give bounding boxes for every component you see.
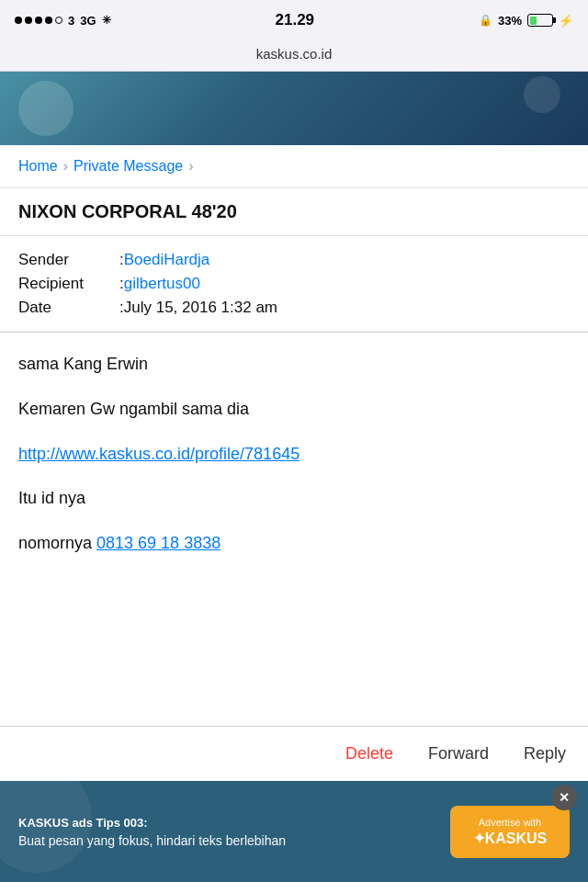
message-body: sama Kang Erwin Kemaren Gw ngambil sama …	[0, 333, 588, 682]
body-line1: sama Kang Erwin	[18, 351, 570, 378]
action-bar: Delete Forward Reply	[0, 726, 588, 781]
url-text: kaskus.co.id	[256, 46, 333, 62]
status-left: 3 3G ✳	[15, 14, 111, 28]
signal-dot-5	[55, 17, 62, 24]
ad-cta-top-text: Advertise with	[465, 817, 555, 828]
url-bar: kaskus.co.id	[0, 40, 588, 72]
message-meta: Sender : BoediHardja Recipient : gilbert…	[0, 236, 588, 333]
battery-indicator	[527, 14, 553, 27]
profile-link[interactable]: http://www.kaskus.co.id/profile/781645	[18, 445, 300, 463]
ad-close-button[interactable]: ✕	[551, 785, 577, 810]
battery-box	[527, 14, 553, 27]
breadcrumb-sep-1: ›	[63, 158, 68, 175]
delete-button[interactable]: Delete	[342, 737, 397, 771]
breadcrumb-home[interactable]: Home	[18, 158, 58, 175]
ad-text-block: KASKUS ads Tips 003: Buat pesan yang fok…	[18, 816, 450, 848]
reply-button[interactable]: Reply	[520, 737, 570, 771]
recipient-row: Recipient : gilbertus00	[18, 275, 570, 293]
breadcrumb: Home › Private Message ›	[0, 145, 588, 188]
ad-main-text: Buat pesan yang fokus, hindari teks berl…	[18, 833, 450, 848]
forward-button[interactable]: Forward	[424, 737, 492, 771]
sender-label: Sender	[18, 251, 119, 269]
body-phone-prefix: nomornya	[18, 534, 96, 552]
status-right: 🔒 33% ⚡	[479, 14, 573, 28]
wifi-icon: ✳	[102, 14, 111, 27]
sender-value[interactable]: BoediHardja	[124, 251, 210, 269]
ad-banner: ✕ KASKUS ads Tips 003: Buat pesan yang f…	[0, 781, 588, 882]
signal-dot-2	[25, 17, 32, 24]
message-title: NIXON CORPORAL 48'20	[18, 201, 570, 222]
carrier-label: 3	[68, 14, 74, 28]
phone-number[interactable]: 0813 69 18 3838	[96, 534, 220, 552]
signal-dot-3	[35, 17, 42, 24]
ad-tips-label: KASKUS ads Tips 003:	[18, 816, 450, 830]
body-phone-row: nomornya 0813 69 18 3838	[18, 530, 570, 557]
signal-dots	[15, 17, 62, 24]
signal-dot-4	[45, 17, 52, 24]
date-row: Date : July 15, 2016 1:32 am	[18, 299, 570, 317]
status-time: 21.29	[276, 11, 315, 29]
breadcrumb-private-message[interactable]: Private Message	[74, 158, 183, 175]
body-line3: Itu id nya	[18, 485, 570, 512]
date-label: Date	[18, 299, 119, 317]
charging-icon: ⚡	[559, 14, 573, 28]
status-bar: 3 3G ✳ 21.29 🔒 33% ⚡	[0, 0, 588, 40]
network-type: 3G	[80, 14, 96, 28]
lock-icon: 🔒	[479, 14, 492, 27]
battery-percent: 33%	[498, 14, 522, 28]
sender-row: Sender : BoediHardja	[18, 251, 570, 269]
breadcrumb-sep-2: ›	[188, 158, 193, 175]
ad-cta-brand-text: ✦KASKUS	[465, 830, 555, 847]
message-title-section: NIXON CORPORAL 48'20	[0, 188, 588, 236]
signal-dot-1	[15, 17, 22, 24]
ad-cta-button[interactable]: Advertise with ✦KASKUS	[450, 806, 570, 858]
body-line2: Kemaren Gw ngambil sama dia	[18, 396, 570, 423]
recipient-label: Recipient	[18, 275, 119, 293]
date-value: July 15, 2016 1:32 am	[124, 299, 277, 317]
recipient-value[interactable]: gilbertus00	[124, 275, 200, 293]
header-image	[0, 72, 588, 145]
battery-fill	[530, 17, 537, 25]
